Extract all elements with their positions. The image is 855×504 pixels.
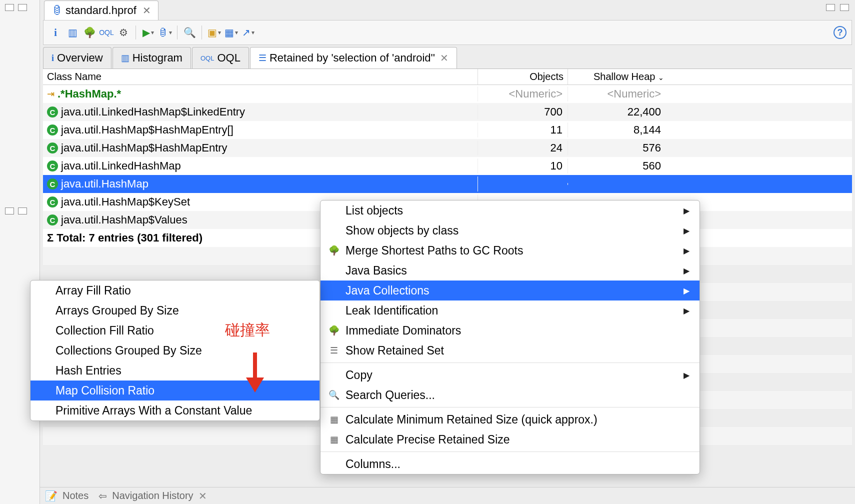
menu-separator: [320, 362, 700, 363]
search-icon[interactable]: 🔍: [182, 26, 196, 40]
class-icon: C: [47, 106, 58, 118]
menu-array-fill[interactable]: Array Fill Ratio: [30, 280, 320, 300]
gear-icon[interactable]: ⚙: [116, 26, 130, 40]
cell-objects: 700: [478, 104, 568, 120]
cell-objects: 10: [478, 158, 568, 174]
tab-label: Overview: [57, 52, 103, 64]
menu-show-by-class[interactable]: Show objects by class▶: [320, 220, 700, 240]
menu-search-queries[interactable]: 🔍Search Queries...: [320, 385, 700, 405]
minimize-icon[interactable]: [5, 4, 14, 11]
oql-icon[interactable]: OQL: [100, 26, 114, 40]
total-label: Total: 7 entries (301 filtered): [56, 232, 202, 244]
tab-retained[interactable]: ☰ Retained by 'selection of 'android'' ✕: [250, 47, 457, 68]
column-header-name[interactable]: Class Name: [43, 69, 478, 84]
menu-merge-gc[interactable]: 🌳Merge Shortest Paths to GC Roots▶: [320, 240, 700, 260]
close-icon[interactable]: ✕: [142, 4, 151, 16]
notes-tab[interactable]: Notes: [62, 490, 88, 502]
nav-history-tab[interactable]: Navigation History: [112, 490, 193, 502]
info-icon[interactable]: i: [48, 26, 62, 40]
calc-icon[interactable]: ▦: [224, 26, 238, 40]
table-row[interactable]: Cjava.util.LinkedHashMap$LinkedEntry 700…: [43, 103, 852, 121]
menu-immediate-dominators[interactable]: 🌳Immediate Dominators: [320, 320, 700, 340]
annotation-arrow: [240, 350, 270, 398]
class-name: java.util.HashMap$HashMapEntry: [61, 142, 228, 154]
dominators-icon: 🌳: [328, 325, 340, 336]
table-row[interactable]: Cjava.util.LinkedHashMap 10 560: [43, 157, 852, 175]
search-icon: 🔍: [328, 390, 340, 400]
tree-icon: 🌳: [328, 245, 340, 256]
close-icon[interactable]: ✕: [198, 490, 207, 502]
cell-heap: 22,400: [568, 104, 668, 120]
retained-icon: ☰: [258, 52, 266, 64]
tab-label: OQL: [217, 52, 240, 64]
chevron-right-icon: ▶: [684, 306, 690, 316]
table-row-selected[interactable]: Cjava.util.HashMap: [43, 175, 852, 193]
menu-calc-min[interactable]: ▦Calculate Minimum Retained Size (quick …: [320, 410, 700, 430]
tab-oql[interactable]: OQL OQL: [192, 47, 249, 68]
chevron-right-icon: ▶: [684, 370, 690, 380]
editor-tab-bar: 🛢 standard.hprof ✕: [40, 0, 855, 20]
menu-map-collision[interactable]: Map Collision Ratio: [30, 380, 320, 400]
class-icon: C: [47, 196, 58, 208]
context-menu-main: List objects▶ Show objects by class▶ 🌳Me…: [320, 200, 700, 474]
tab-histogram[interactable]: ▥ Histogram: [112, 47, 191, 68]
class-icon: C: [47, 160, 58, 172]
sigma-icon: Σ: [47, 232, 54, 244]
menu-calc-precise[interactable]: ▦Calculate Precise Retained Size: [320, 430, 700, 450]
cell-objects: 11: [478, 122, 568, 138]
retained-icon: ☰: [328, 345, 340, 356]
db-action-icon[interactable]: 🛢: [158, 26, 172, 40]
table-row[interactable]: Cjava.util.HashMap$HashMapEntry 24 576: [43, 139, 852, 157]
menu-java-basics[interactable]: Java Basics▶: [320, 260, 700, 280]
help-icon[interactable]: ?: [834, 26, 846, 39]
menu-copy[interactable]: Copy▶: [320, 365, 700, 385]
run-icon[interactable]: ▶: [141, 26, 155, 40]
maximize-icon[interactable]: [18, 4, 27, 11]
left-gutter: [0, 0, 40, 504]
histogram-icon[interactable]: ▥: [66, 26, 80, 40]
menu-list-objects[interactable]: List objects▶: [320, 200, 700, 220]
sub-tab-bar: i Overview ▥ Histogram OQL OQL ☰ Retaine…: [43, 47, 852, 69]
column-header-objects[interactable]: Objects: [478, 69, 568, 84]
tab-overview[interactable]: i Overview: [43, 47, 112, 68]
table-header: Class Name Objects Shallow Heap ⌄: [43, 69, 852, 85]
column-header-heap[interactable]: Shallow Heap ⌄: [568, 69, 668, 84]
file-tab[interactable]: 🛢 standard.hprof ✕: [44, 0, 158, 20]
menu-hash-entries[interactable]: Hash Entries: [30, 360, 320, 380]
group-icon[interactable]: ▣: [207, 26, 221, 40]
menu-primitive-arrays[interactable]: Primitive Arrays With a Constant Value: [30, 400, 320, 420]
close-icon[interactable]: ✕: [440, 52, 448, 64]
annotation-label: 碰撞率: [225, 320, 270, 340]
numeric-placeholder: <Numeric>: [478, 86, 568, 102]
chevron-right-icon: ▶: [684, 226, 690, 236]
menu-show-retained-set[interactable]: ☰Show Retained Set: [320, 340, 700, 360]
class-name: java.util.LinkedHashMap: [61, 160, 181, 172]
separator: [136, 26, 136, 40]
menu-columns[interactable]: Columns...: [320, 454, 700, 474]
menu-leak-id[interactable]: Leak Identification▶: [320, 300, 700, 320]
regex-icon: ⇥: [47, 88, 54, 100]
toolbar: i ▥ 🌳 OQL ⚙ ▶ 🛢 🔍 ▣ ▦ ↗ ?: [43, 20, 852, 45]
sort-icon: ⌄: [658, 74, 664, 82]
file-tab-label: standard.hprof: [66, 4, 136, 17]
export-icon[interactable]: ↗: [241, 26, 255, 40]
menu-collection-fill[interactable]: Collection Fill Ratio: [30, 320, 320, 340]
regex-pattern: .*HashMap.*: [58, 88, 121, 100]
separator: [177, 26, 178, 40]
cell-objects: [478, 183, 568, 185]
minimize-icon[interactable]: [826, 4, 835, 11]
notes-icon: 📝: [45, 490, 58, 502]
maximize-icon[interactable]: [840, 4, 849, 11]
history-icon: ⇦: [98, 490, 107, 502]
menu-collections-grouped[interactable]: Collections Grouped By Size: [30, 340, 320, 360]
regex-filter-row[interactable]: ⇥.*HashMap.* <Numeric> <Numeric>: [43, 85, 852, 103]
menu-arrays-grouped[interactable]: Arrays Grouped By Size: [30, 300, 320, 320]
tree-icon[interactable]: 🌳: [82, 26, 96, 40]
minimize-icon[interactable]: [5, 208, 14, 214]
class-icon: C: [47, 178, 58, 190]
table-row[interactable]: Cjava.util.HashMap$HashMapEntry[] 11 8,1…: [43, 121, 852, 139]
calc-icon: ▦: [328, 434, 340, 445]
menu-java-collections[interactable]: Java Collections▶: [320, 280, 700, 300]
calc-icon: ▦: [328, 414, 340, 425]
maximize-icon[interactable]: [18, 208, 27, 214]
